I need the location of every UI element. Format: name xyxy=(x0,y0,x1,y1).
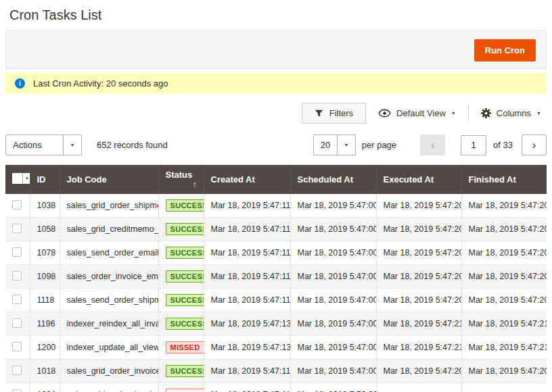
cell-job-code: indexer_reindex_all_invalid xyxy=(60,312,158,336)
cell-id: 1058 xyxy=(30,218,60,241)
cell-executed-at: Mar 18, 2019 5:47:20 AM xyxy=(376,194,461,218)
cell-id: 1018 xyxy=(30,360,60,383)
cell-created-at: Mar 18, 2019 5:47:13 AM xyxy=(204,312,290,336)
column-header-scheduled-at[interactable]: Scheduled At xyxy=(290,165,376,194)
cell-finished-at: Mar 18, 2019 5:47:20 AM xyxy=(461,360,547,383)
row-checkbox[interactable] xyxy=(12,200,22,210)
cell-status: SUCCESS xyxy=(158,289,204,312)
next-page-button[interactable]: › xyxy=(522,134,547,155)
cell-created-at: Mar 18, 2019 5:47:11 AM xyxy=(204,194,290,218)
status-badge: SUCCESS xyxy=(166,199,204,212)
status-badge: SUCCESS xyxy=(166,270,204,283)
row-checkbox[interactable] xyxy=(12,224,22,233)
status-badge: PENDING xyxy=(166,389,204,392)
filters-button-label: Filters xyxy=(329,108,353,118)
cell-scheduled-at: Mar 18, 2019 5:47:00 AM xyxy=(290,312,376,336)
sort-asc-icon: ↑ xyxy=(193,180,197,189)
cell-job-code: indexer_update_all_views xyxy=(60,336,158,360)
cell-scheduled-at: Mar 18, 2019 5:47:00 AM xyxy=(290,218,376,241)
filters-button[interactable]: Filters xyxy=(302,103,366,124)
cell-finished-at xyxy=(461,383,547,392)
cell-finished-at: Mar 18, 2019 5:47:20 AM xyxy=(461,194,547,218)
chevron-down-icon: ▼ xyxy=(451,111,456,116)
table-row: 1200 indexer_update_all_views MISSED Mar… xyxy=(5,336,547,360)
cell-status: SUCCESS xyxy=(158,360,204,383)
caret-down-icon[interactable]: ▼ xyxy=(22,173,30,184)
row-select-cell xyxy=(5,218,30,241)
row-select-cell xyxy=(5,312,30,336)
cell-executed-at: Mar 18, 2019 5:47:21 AM xyxy=(376,336,461,360)
column-header-finished-at[interactable]: Finished At xyxy=(461,165,547,194)
cell-status: MISSED xyxy=(158,336,204,360)
per-page-select[interactable]: 20 ▼ xyxy=(313,134,356,155)
column-header-status[interactable]: Status↑ xyxy=(158,165,204,194)
row-checkbox[interactable] xyxy=(12,247,22,257)
cell-executed-at: Mar 18, 2019 5:47:20 AM xyxy=(376,289,461,312)
row-select-cell xyxy=(5,265,30,289)
cell-scheduled-at: Mar 18, 2019 5:47:00 AM xyxy=(290,360,376,383)
select-all-checkbox[interactable] xyxy=(12,173,22,184)
column-header-job-code[interactable]: Job Code xyxy=(60,165,158,194)
cell-status: PENDING xyxy=(158,383,204,392)
table-row: 1118 sales_send_order_shipment SUCCESS M… xyxy=(5,289,547,312)
actions-bar: Actions ▼ 652 records found 20 ▼ per pag… xyxy=(5,134,547,155)
row-select-cell xyxy=(5,383,30,392)
total-pages-label: of 33 xyxy=(493,140,513,150)
cell-id: 1038 xyxy=(30,194,60,218)
row-select-cell xyxy=(5,336,30,360)
page-title: Cron Tasks List xyxy=(0,0,552,29)
table-row: 1018 sales_grid_order_invoice_async SUCC… xyxy=(5,360,547,383)
cell-status: SUCCESS xyxy=(158,194,204,218)
column-header-executed-at[interactable]: Executed At xyxy=(376,165,461,194)
chevron-right-icon: › xyxy=(532,139,536,152)
cell-id: 1078 xyxy=(30,241,60,265)
cell-job-code: sales_send_order_shipment xyxy=(60,289,158,312)
table-row: 1058 sales_grid_creditmemo_async SUCCESS… xyxy=(5,218,547,241)
cell-id: 1098 xyxy=(30,265,60,289)
row-checkbox[interactable] xyxy=(12,389,22,392)
cell-created-at: Mar 18, 2019 5:47:11 AM xyxy=(204,241,290,265)
cell-executed-at xyxy=(376,383,461,392)
row-select-cell xyxy=(5,241,30,265)
caret-down-icon: ▼ xyxy=(63,135,81,155)
cell-status: SUCCESS xyxy=(158,265,204,289)
row-checkbox[interactable] xyxy=(12,295,22,304)
select-all-control[interactable]: ▼ xyxy=(12,173,30,184)
cell-created-at: Mar 18, 2019 5:47:13 AM xyxy=(204,336,290,360)
records-found-text: 652 records found xyxy=(97,140,168,150)
notice-text: Last Cron Activity: 20 seconds ago xyxy=(33,78,168,89)
table-row: 1098 sales_order_invoice_emails SUCCESS … xyxy=(5,265,547,289)
view-selector-label: Default View xyxy=(396,108,446,118)
cell-scheduled-at: Mar 18, 2019 5:47:00 AM xyxy=(290,336,376,360)
row-checkbox[interactable] xyxy=(12,342,22,351)
column-header-created-at[interactable]: Created At xyxy=(204,165,290,194)
status-badge: MISSED xyxy=(166,341,204,353)
grid-controls: Filters Default View ▼ Columns ▼ xyxy=(11,102,541,124)
column-header-id[interactable]: ID xyxy=(30,165,60,194)
cell-scheduled-at: Mar 18, 2019 5:47:00 AM xyxy=(290,289,376,312)
row-checkbox[interactable] xyxy=(12,366,22,375)
cell-executed-at: Mar 18, 2019 5:47:20 AM xyxy=(376,218,461,241)
cell-finished-at: Mar 18, 2019 5:47:20 AM xyxy=(461,289,547,312)
info-icon: i xyxy=(15,78,25,89)
table-row: 1078 sales_send_order_emails SUCCESS Mar… xyxy=(5,241,547,265)
previous-page-button[interactable]: ‹ xyxy=(420,134,445,155)
row-checkbox[interactable] xyxy=(12,318,22,328)
cell-scheduled-at: Mar 18, 2019 5:47:00 AM xyxy=(290,241,376,265)
cell-executed-at: Mar 18, 2019 5:47:20 AM xyxy=(376,265,461,289)
columns-selector[interactable]: Columns ▼ xyxy=(481,108,541,118)
current-page-input[interactable] xyxy=(461,135,486,155)
eye-icon xyxy=(378,109,391,118)
cell-executed-at: Mar 18, 2019 5:47:20 AM xyxy=(376,241,461,265)
actions-select[interactable]: Actions ▼ xyxy=(5,134,82,155)
filter-funnel-icon xyxy=(315,109,323,118)
row-select-cell xyxy=(5,360,30,383)
cell-id: 1200 xyxy=(30,336,60,360)
cell-finished-at: Mar 18, 2019 5:47:21 AM xyxy=(461,336,547,360)
row-select-cell xyxy=(5,289,30,312)
cell-finished-at: Mar 18, 2019 5:47:20 AM xyxy=(461,241,547,265)
cell-status: SUCCESS xyxy=(158,218,204,241)
run-cron-button[interactable]: Run Cron xyxy=(474,39,536,62)
row-checkbox[interactable] xyxy=(12,271,22,280)
view-selector[interactable]: Default View ▼ xyxy=(378,108,456,118)
